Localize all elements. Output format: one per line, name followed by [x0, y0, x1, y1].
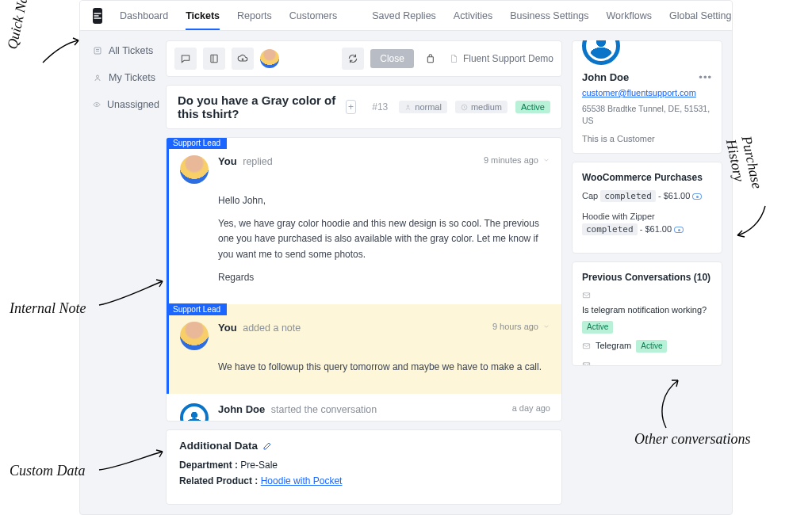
nav-customers[interactable]: Customers [289, 10, 337, 21]
additional-data-title: Additional Data [179, 440, 258, 452]
app-logo[interactable] [93, 8, 102, 24]
view-icon[interactable] [674, 227, 684, 233]
thread-note: Support Lead You added a note 9 hours ag… [167, 304, 561, 394]
annotation-internal-note: Internal Note [10, 301, 86, 317]
action-label: replied [243, 156, 273, 167]
action-label: started the conversation [271, 404, 377, 415]
file-icon [449, 54, 458, 63]
additional-data-card: Additional Data Department : Pre-Sale Re… [166, 429, 562, 505]
svg-rect-4 [427, 57, 433, 63]
thread-reply: Support Lead You replied 9 minutes ago H… [167, 138, 561, 304]
note-button[interactable] [203, 48, 225, 70]
ticket-header-card: Do you have a Gray color of this tshirt?… [166, 85, 562, 129]
close-button[interactable]: Close [370, 49, 414, 68]
conversation-link[interactable]: Is telegram notification working? Active [582, 289, 712, 334]
sidebar-my-tickets[interactable]: My Tickets [93, 72, 159, 83]
purchase-item: Cap completed - $61.00 [582, 189, 712, 204]
purchases-card: WooCommerce Purchases Cap completed - $6… [572, 162, 722, 254]
purchases-title: WooCommerce Purchases [582, 172, 712, 183]
arrow-icon [733, 202, 773, 242]
customer-role: This is a Customer [582, 134, 712, 143]
refresh-button[interactable] [342, 48, 364, 70]
agent-avatar[interactable] [260, 49, 279, 68]
svg-rect-3 [211, 55, 217, 62]
app-shell: Dashboard Tickets Reports Customers Save… [79, 0, 733, 515]
urgency-tag[interactable]: medium [455, 101, 508, 113]
author-name: You [218, 155, 237, 167]
status-tag[interactable]: Active [515, 101, 550, 113]
customer-menu[interactable]: ••• [699, 71, 712, 83]
author-name: John Doe [218, 403, 265, 415]
svg-point-2 [96, 104, 98, 105]
nav-tickets[interactable]: Tickets [186, 10, 220, 21]
timestamp[interactable]: 9 minutes ago [484, 155, 550, 165]
sidebar-item-label: My Tickets [109, 72, 155, 83]
edit-icon[interactable] [262, 441, 272, 451]
customer-address: 65538 Bradtke Tunnel, DE, 51531, US [582, 103, 712, 126]
customer-email[interactable]: customer@fluentsupport.com [582, 88, 696, 97]
ticket-sidebar: All Tickets My Tickets Unassigned [80, 31, 166, 514]
chevron-down-icon [542, 156, 550, 164]
agent-avatar [180, 322, 209, 350]
conversation-link[interactable]: Telegram Active [582, 340, 712, 353]
previous-conversations-card: Previous Conversations (10) Is telegram … [572, 261, 722, 366]
customer-card: John Doe customer@fluentsupport.com ••• … [572, 40, 722, 154]
nav-global-settings[interactable]: Global Settings [669, 10, 733, 21]
conversation-card: Support Lead You replied 9 minutes ago H… [166, 137, 562, 422]
sidebar-all-tickets[interactable]: All Tickets [93, 45, 159, 56]
upload-button[interactable] [232, 48, 254, 70]
svg-point-5 [408, 105, 409, 106]
user-icon [93, 73, 102, 82]
ticket-toolbar-card: Close Fluent Support Demo [166, 40, 562, 77]
reply-button[interactable] [174, 48, 197, 70]
purchase-item: Hoodie with Zipper completed - $61.00 [582, 210, 712, 237]
svg-rect-8 [583, 344, 589, 349]
thread-customer: John Doe started the conversation a day … [167, 394, 561, 422]
clock-icon [461, 104, 468, 111]
related-product-link[interactable]: Hoodie with Pocket [261, 475, 343, 486]
timestamp[interactable]: 9 hours ago [492, 322, 550, 331]
topbar: Dashboard Tickets Reports Customers Save… [80, 1, 732, 31]
message-body: We have to followup this query tomorrow … [218, 360, 550, 375]
main-nav: Dashboard Tickets Reports Customers Save… [120, 10, 733, 21]
nav-workflows[interactable]: Workflows [607, 10, 652, 21]
ticket-number: #13 [372, 101, 388, 113]
arrow-icon [39, 35, 82, 67]
mail-icon [582, 360, 591, 366]
svg-point-1 [97, 75, 99, 78]
sidebar-item-label: Unassigned [107, 99, 159, 110]
add-tag-button[interactable]: + [346, 100, 357, 114]
role-badge: Support Lead [167, 303, 227, 315]
timestamp[interactable]: a day ago [512, 403, 550, 413]
sidebar-item-label: All Tickets [109, 45, 153, 56]
mail-icon [582, 291, 591, 299]
nav-dashboard[interactable]: Dashboard [120, 10, 168, 21]
view-icon[interactable] [692, 193, 702, 200]
annotation-custom-data: Custom Data [10, 464, 86, 479]
agent-avatar [180, 155, 209, 184]
nav-reports[interactable]: Reports [237, 10, 272, 21]
ticket-title: Do you have a Gray color of this tshirt? [178, 93, 338, 120]
eye-icon [93, 100, 101, 109]
prev-conv-title: Previous Conversations (10) [582, 272, 712, 283]
list-icon [93, 46, 102, 55]
author-name: You [218, 322, 237, 334]
nav-saved-replies[interactable]: Saved Replies [372, 10, 436, 21]
mail-icon [582, 341, 591, 350]
priority-tag[interactable]: normal [399, 101, 447, 113]
annotation-quick-nav: Quick Nav [5, 0, 33, 51]
action-label: added a note [243, 322, 301, 334]
svg-rect-7 [583, 293, 589, 298]
nav-business-settings[interactable]: Business Settings [510, 10, 588, 21]
sidebar-unassigned[interactable]: Unassigned [93, 99, 159, 110]
role-badge: Support Lead [167, 137, 227, 149]
archive-button[interactable] [420, 48, 442, 70]
user-icon [404, 104, 412, 111]
svg-rect-0 [94, 48, 101, 54]
customer-avatar [180, 403, 209, 422]
conversation-link[interactable]: Global Settings entries search bar not w… [582, 359, 712, 366]
customer-name: John Doe [582, 71, 696, 83]
content-shell: All Tickets My Tickets Unassigned [80, 31, 732, 514]
mailbox-indicator[interactable]: Fluent Support Demo [449, 53, 553, 64]
nav-activities[interactable]: Activities [454, 10, 492, 21]
